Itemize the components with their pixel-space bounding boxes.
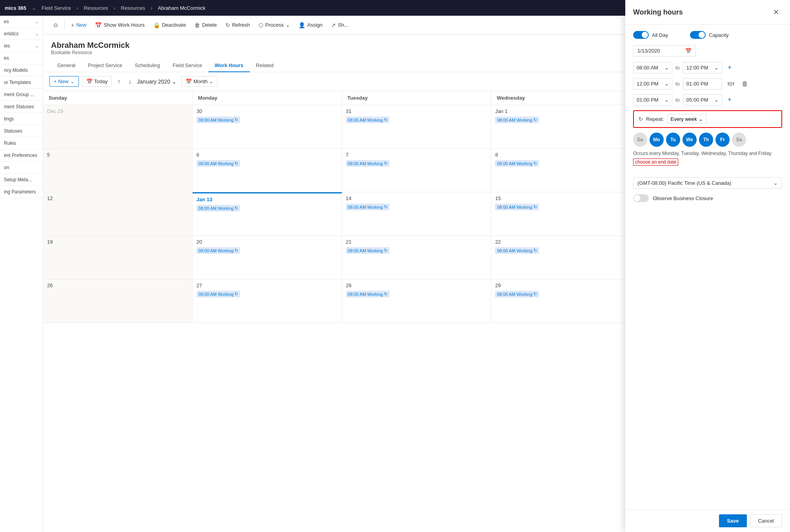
working-hours-panel: Working hours ✕ All Day Capacity 1/13/20… bbox=[625, 0, 790, 532]
cal-cell-12[interactable]: 12 bbox=[43, 192, 193, 235]
sidebar: es ⌄ eristics ⌄ ies ⌄ es ncy Models ur T… bbox=[0, 16, 43, 532]
cal-date: 15 bbox=[495, 195, 636, 201]
refresh-button[interactable]: ↻ Refresh bbox=[222, 20, 254, 31]
breadcrumb-person[interactable]: Abraham McCormick bbox=[158, 5, 205, 11]
day-circle-sa[interactable]: Sa bbox=[732, 133, 746, 147]
date-row: 1/13/2020 📅 bbox=[633, 45, 782, 56]
meal-icon-button[interactable]: 🍽 bbox=[725, 80, 736, 88]
process-button[interactable]: ⬡ Process ⌄ bbox=[255, 20, 294, 31]
cal-cell-26[interactable]: 26 bbox=[43, 279, 193, 322]
tab-field-service[interactable]: Field Service bbox=[166, 59, 208, 72]
cal-today-button[interactable]: 📅 Today bbox=[82, 76, 112, 87]
cal-cell-29[interactable]: 29 08:00 AM Working ↻ bbox=[491, 279, 641, 322]
day-circle-mo[interactable]: Mo bbox=[650, 133, 664, 147]
sidebar-item-6[interactable]: ment Group ... bbox=[0, 89, 43, 101]
day-circle-fr[interactable]: Fr bbox=[715, 133, 730, 147]
cal-next-button[interactable]: ↓ bbox=[126, 77, 134, 87]
breadcrumb-field-service[interactable]: Field Service bbox=[42, 5, 71, 11]
day-circle-we[interactable]: We bbox=[683, 133, 697, 147]
cal-cell-8[interactable]: 8 08:00 AM Working ↻ bbox=[491, 149, 641, 192]
day-circle-su[interactable]: Su bbox=[633, 133, 647, 147]
cal-cell-6[interactable]: 6 08:00 AM Working ↻ bbox=[193, 149, 342, 192]
time-to-label-1: to bbox=[675, 65, 680, 71]
time-from-1[interactable]: 08:00 AM ⌄ bbox=[633, 62, 672, 73]
repeat-icon: ↻ bbox=[384, 161, 388, 166]
tab-work-hours[interactable]: Work Hours bbox=[208, 59, 249, 72]
show-work-hours-button[interactable]: 📅 Show Work Hours bbox=[91, 20, 149, 31]
sidebar-item-10[interactable]: Rules bbox=[0, 137, 43, 149]
sidebar-item-11[interactable]: ent Preferences bbox=[0, 149, 43, 162]
delete-button[interactable]: 🗑 Delete bbox=[191, 20, 221, 31]
assign-button[interactable]: 👤 Assign bbox=[295, 20, 326, 31]
sidebar-item-0[interactable]: es ⌄ bbox=[0, 16, 43, 28]
add-time-slot-1[interactable]: + bbox=[725, 63, 734, 73]
panel-close-button[interactable]: ✕ bbox=[770, 6, 782, 18]
working-badge: 08:00 AM Working ↻ bbox=[495, 204, 539, 210]
cal-cell-20[interactable]: 20 08:00 AM Working ↻ bbox=[193, 236, 342, 279]
breadcrumb-resources-1[interactable]: Resources bbox=[84, 5, 108, 11]
time-to-3[interactable]: 05:00 PM ⌄ bbox=[683, 94, 722, 106]
cal-cell-21[interactable]: 21 08:00 AM Working ↻ bbox=[342, 236, 491, 279]
share-button[interactable]: ↗ Sh... bbox=[327, 20, 352, 31]
tab-scheduling[interactable]: Scheduling bbox=[129, 59, 166, 72]
cal-cell-jan13[interactable]: Jan 13 08:00 AM Working ↻ bbox=[193, 192, 342, 235]
working-badge: 08:00 AM Working ↻ bbox=[346, 291, 390, 297]
save-button[interactable]: Save bbox=[719, 514, 746, 527]
time-from-3[interactable]: 01:00 PM ⌄ bbox=[633, 94, 672, 106]
new-button[interactable]: + New bbox=[67, 20, 90, 31]
sidebar-item-13[interactable]: Setup Meta... bbox=[0, 174, 43, 186]
day-circle-tu[interactable]: Tu bbox=[666, 133, 680, 147]
time-to-1[interactable]: 12:00 PM ⌄ bbox=[683, 62, 722, 73]
cal-cell-19[interactable]: 19 bbox=[43, 236, 193, 279]
timezone-select[interactable]: (GMT-08:00) Pacific Time (US & Canada) ⌄ bbox=[633, 177, 782, 189]
sidebar-item-5[interactable]: ur Templates bbox=[0, 77, 43, 89]
sidebar-item-7[interactable]: ment Statuses bbox=[0, 101, 43, 113]
working-badge[interactable]: 08:00 AM Working ↻ bbox=[197, 205, 240, 211]
cal-cell-7[interactable]: 7 08:00 AM Working ↻ bbox=[342, 149, 491, 192]
tab-general[interactable]: General bbox=[51, 59, 82, 72]
delete-time-slot-2[interactable]: 🗑 bbox=[739, 80, 750, 88]
date-field[interactable]: 1/13/2020 📅 bbox=[633, 45, 696, 56]
sidebar-item-12[interactable]: on bbox=[0, 162, 43, 174]
choose-end-date-link[interactable]: choose an end date bbox=[633, 159, 678, 166]
observe-toggle[interactable] bbox=[633, 194, 649, 202]
history-button[interactable]: ⊙ bbox=[49, 20, 62, 31]
cancel-button[interactable]: Cancel bbox=[750, 514, 782, 527]
cal-view-button[interactable]: 📅 Month ⌄ bbox=[181, 76, 218, 87]
sidebar-item-9[interactable]: Statuses bbox=[0, 125, 43, 137]
cal-period[interactable]: January 2020 ⌄ bbox=[137, 78, 177, 85]
sidebar-item-4[interactable]: ncy Models bbox=[0, 64, 43, 77]
tab-related[interactable]: Related bbox=[250, 59, 280, 72]
all-day-toggle[interactable] bbox=[633, 31, 649, 39]
sidebar-item-1[interactable]: eristics ⌄ bbox=[0, 28, 43, 40]
sidebar-item-2[interactable]: ies ⌄ bbox=[0, 40, 43, 52]
cal-cell-15[interactable]: 15 08:00 AM Working ↻ bbox=[491, 192, 641, 235]
cal-cell-14[interactable]: 14 08:00 AM Working ↻ bbox=[342, 192, 491, 235]
tab-project-service[interactable]: Project Service bbox=[82, 59, 128, 72]
day-circle-th[interactable]: Th bbox=[699, 133, 713, 147]
capacity-toggle[interactable] bbox=[690, 31, 706, 39]
repeat-select[interactable]: Every week ⌄ bbox=[667, 114, 706, 124]
cal-prev-button[interactable]: ↑ bbox=[115, 77, 123, 87]
cal-cell-22[interactable]: 22 08:00 AM Working ↻ bbox=[491, 236, 641, 279]
sidebar-item-8[interactable]: tings bbox=[0, 113, 43, 125]
panel-toggles-row: All Day Capacity bbox=[633, 31, 782, 39]
cal-cell-30[interactable]: 30 08:00 AM Working ↻ bbox=[193, 105, 342, 148]
cal-cell-28[interactable]: 28 08:00 AM Working ↻ bbox=[342, 279, 491, 322]
cal-cell-5[interactable]: 5 bbox=[43, 149, 193, 192]
add-time-slot-3[interactable]: + bbox=[725, 95, 734, 105]
cal-cell-27[interactable]: 27 08:00 AM Working ↻ bbox=[193, 279, 342, 322]
cal-date: 21 bbox=[346, 239, 487, 245]
time-to-2[interactable]: 01:00 PM bbox=[683, 78, 722, 89]
cal-date: 6 bbox=[197, 152, 338, 158]
cal-cell-jan1[interactable]: Jan 1 08:00 AM Working ↻ bbox=[491, 105, 641, 148]
cal-new-button[interactable]: + New ⌄ bbox=[49, 76, 79, 87]
cal-cell-31[interactable]: 31 08:00 AM Working ↻ bbox=[342, 105, 491, 148]
breadcrumb-resources-2[interactable]: Resources bbox=[121, 5, 145, 11]
time-from-2[interactable]: 12:00 PM ⌄ bbox=[633, 78, 672, 89]
sidebar-item-14[interactable]: ing Parameters bbox=[0, 186, 43, 198]
deactivate-button[interactable]: 🔒 Deactivate bbox=[149, 20, 190, 31]
sidebar-item-3[interactable]: es bbox=[0, 52, 43, 64]
cal-cell-dec29[interactable]: Dec 29 bbox=[43, 105, 193, 148]
working-badge: 08:00 AM Working ↻ bbox=[346, 117, 390, 123]
